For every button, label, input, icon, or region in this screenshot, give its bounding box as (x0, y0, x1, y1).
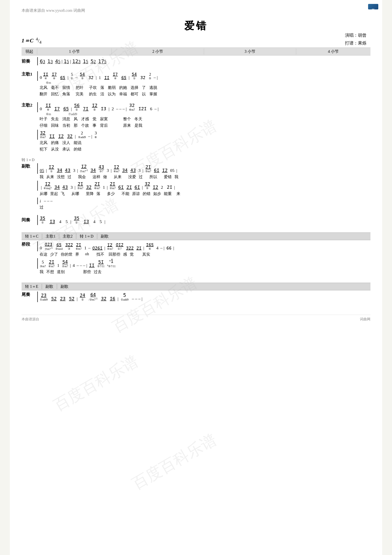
bridge-section-banner: 转 1＝C 主歌1 主歌2 转 1＝D 副歌 (21, 233, 371, 240)
l8b: 幸福 (119, 91, 127, 97)
verse2-content: 0 1̄1̄ ④ 1̄7̄ 6̄5̄ | 5̄6̄ ① 7̄1̄ (37, 102, 371, 153)
l10: 了 (142, 85, 146, 90)
verse2-line2: 3̄2̄ ②m7 1̄1̄ 1̄2̄ 3̄2̄ | 2 ⑤add9 – | (37, 130, 371, 140)
footer: 本曲谱源自 词曲网 (21, 315, 371, 321)
l7: 脆弱 (108, 85, 116, 90)
l1b: 翻开 (40, 91, 47, 97)
v1-chords-1: ⑥m (37, 81, 371, 85)
v1-g12: 3̄2̄ (140, 75, 145, 80)
prelude-notes: 6̱3 1̱3 4̱5 | 1̱5 | 1̱2̱3 1̱5 5̱2 1̱7̱5̣ (40, 59, 107, 64)
header-m3: 3 小节 (204, 48, 296, 55)
page: 百度百科乐谱 百度百科乐谱 百度百科乐谱 百度百科乐谱 百度百科乐谱 百度百科乐… (10, 0, 382, 555)
gb-chorus: 副歌 (97, 234, 112, 239)
ob-chorus2: 副歌 (57, 284, 72, 289)
chorus-label: 副歌 (21, 163, 37, 169)
song-title: 爱错 (21, 19, 371, 33)
v1-g5: 5̄4̄ ⑤ (80, 72, 85, 80)
l2: 毫不 (51, 85, 59, 90)
v2-lyrics3b: 犯下从没承认的错 (37, 146, 371, 152)
chorus-key-change: 转 1＝D (21, 157, 371, 162)
v2-chords: ⑥m ⑦add9 (37, 112, 371, 116)
singer-info: 演唱：胡曾 (345, 31, 367, 39)
bridge-lyrics2: 我不想道别 那些过去 (37, 269, 371, 274)
key-change-label: 转 1＝D (21, 157, 37, 162)
gb-key-c: 转 1＝C (21, 234, 42, 239)
chorus-lyrics2: 从哪里起飞 从哪里降落 多少不能原谅的错如步能重 来 (37, 191, 371, 196)
gb-verse2: 主歌2 (59, 234, 76, 239)
key-sig: 1＝C (21, 37, 34, 44)
interlude-section: 间奏 3̄5̄ ① 1̄3̄ 4 5 | 3̄5̄ ① 1̄3̄ 4 5 | (21, 215, 371, 225)
bridge-section: 桥段 0 0̄2̄3̄ ⑦m7-5 6̄5̄ ③sus4 3̄2̄2̄ ③ (21, 241, 371, 275)
v2-lyrics1: 叶子失去消息风才感觉寂寞 整个冬天 (37, 116, 371, 122)
l5: 子吹 (89, 85, 97, 90)
v1-g7: 1 (99, 75, 101, 80)
l6: 落 (100, 85, 104, 90)
bridge-line2: 5 ③m7 2̄1̄ ⑥m7 1 5̄4̄ ②m7 | 4 – – – | 1̄… (37, 258, 371, 269)
l4: 把叶 (74, 85, 86, 90)
l5b: 的生 (89, 91, 97, 97)
v1-lyrics1b: 翻开 回忆 角落 完美 的生 活 以为 幸福 都可 以 掌握 (37, 91, 371, 97)
header-m2: 2 小节 (112, 48, 204, 55)
chorus-lyrics3: 过 (37, 204, 371, 210)
key-signature-row: 1＝C 4/4 (21, 37, 371, 45)
footer-left: 本曲谱源自 (21, 317, 39, 321)
l4b: 完美 (74, 91, 86, 97)
l8: 的她 (119, 85, 127, 90)
chorus-content: 05 | 1̄2̄ ① 3̄4̄ 4̄3̄ 3 | 1̄2̄ ⑦m7-5 (37, 163, 371, 211)
outro-content: 2̄3̄ ①add9 5̄2̄ 2̄3̄ 5̄2̄ | 2̄4̄ ① (37, 292, 371, 302)
header-m1: 1 小节 (37, 48, 112, 55)
interlude-staff: 3̄5̄ ① 1̄3̄ 4 5 | 3̄5̄ ① 1̄3̄ 4 5 | (37, 215, 371, 225)
outro-label: 尾奏 (21, 292, 37, 297)
prelude-label: 前奏 (21, 58, 37, 64)
l7b: 以为 (108, 91, 116, 97)
v1-g6: 3̄2̄ (88, 75, 93, 80)
chorus-section: 副歌 05 | 1̄2̄ ① 3̄4̄ 4̄3̄ 3 | 1̄2̄ ⑦m7 (21, 163, 371, 211)
header-intro: 弱起 (21, 48, 37, 55)
interlude-content: 3̄5̄ ① 1̄3̄ 4 5 | 3̄5̄ ① 1̄3̄ 4 5 | (37, 215, 371, 225)
v1-lyrics1: 北风 毫不 留情 把叶 子吹 落 脆弱 的她 选择 了 逃脱 (37, 85, 371, 90)
l11b: 掌握 (149, 91, 157, 97)
ob-chorus1: 副歌 (42, 284, 57, 289)
bridge-content: 0 0̄2̄3̄ ⑦m7-5 6̄5̄ ③sus4 3̄2̄2̄ ③ 2̄1̄ … (37, 241, 371, 275)
v1-g3: 6̄5̄ (60, 75, 65, 80)
bridge-line1: 0 0̄2̄3̄ ⑦m7-5 6̄5̄ ③sus4 3̄2̄2̄ ③ 2̄1̄ … (37, 241, 371, 251)
l2b: 回忆 (51, 91, 59, 97)
title-section: 爱错 (21, 19, 371, 33)
bridge-lyrics1: 在这少了你的世界 oh 找不回那些感觉 其实 (37, 252, 371, 257)
watermark-text-6: 百度百科乐谱 (128, 429, 221, 495)
v1-g4: 5 ① (71, 72, 73, 80)
verse2-line1: 0 1̄1̄ ④ 1̄7̄ 6̄5̄ | 5̄6̄ ① 7̄1̄ (37, 102, 371, 112)
verse1-content: 0 1̄1̄ ④ 1̄7̄ ④ 6̄5̄ | 5 ① (37, 71, 371, 98)
outro-section: 尾奏 2̄3̄ ①add9 5̄2̄ 2̄3̄ 5̄2̄ | 2̄4̄ (21, 292, 371, 302)
bridge-label: 桥段 (21, 241, 37, 247)
chorus-lyrics1: 我从来没想过 我会这样做 从来没爱过 所以爱错我 (37, 174, 371, 180)
v1-g1: 1̄1̄ ④ (43, 72, 48, 80)
chorus-line2: | 1̄2̄ ④maj7 3̄4̄ 4̄3̄ 3 | 2̄1̄ ③m7 (37, 181, 371, 191)
v1-g10: 6̄5̄ (121, 75, 126, 80)
v1-g9: 1̄7̄ ④ (113, 72, 118, 80)
ob-key-e: 转 1＝E (21, 284, 42, 289)
verse1-section: 主歌1 0 1̄1̄ ④ 1̄7̄ ④ 6̄5̄ | (21, 71, 371, 98)
header-m4: 4 小节 (296, 48, 371, 55)
verse2-section: 主歌2 0 1̄1̄ ④ 1̄7̄ 6̄5̄ | 5̄6̄ ① (21, 102, 371, 153)
gb-verse1: 主歌1 (42, 234, 59, 239)
l3b: 角落 (62, 91, 70, 97)
v1-g11: 5̄4̄ ① (132, 72, 137, 80)
chorus-line3: i – – – (37, 197, 371, 204)
v2-lyrics3: 北风的痛没人能说 (37, 140, 371, 145)
watermark-text-5: 百度百科乐谱 (50, 351, 142, 416)
meta-info: 演唱：胡曾 打谱：果烁 (345, 31, 367, 47)
verse1-line1: 0 1̄1̄ ④ 1̄7̄ ④ 6̄5̄ | 5 ① (37, 71, 371, 81)
l10b: 以 (142, 91, 146, 97)
top-bar: 本曲谱来源自 www.yyso8.com 词曲网 (21, 8, 371, 13)
section-header-bar: 弱起 1 小节 2 小节 3 小节 4 小节 (21, 47, 371, 56)
prelude-row: 前奏 6̱3 1̱3 4̱5 | 1̱5 | 1̱2̱3 1̱5 5̱2 1̱7… (21, 57, 371, 65)
outro-section-banner: 转 1＝E 副歌 副歌 (21, 283, 371, 290)
l3: 留情 (62, 85, 70, 90)
l6b: 活 (100, 91, 104, 97)
l1: 北风 (40, 85, 47, 90)
interlude-label: 间奏 (21, 217, 37, 223)
chorus-line1: 05 | 1̄2̄ ① 3̄4̄ 4̄3̄ 3 | 1̄2̄ ⑦m7-5 (37, 163, 371, 174)
verse2-label: 主歌2 (21, 102, 37, 108)
l9b: 都可 (130, 91, 138, 97)
